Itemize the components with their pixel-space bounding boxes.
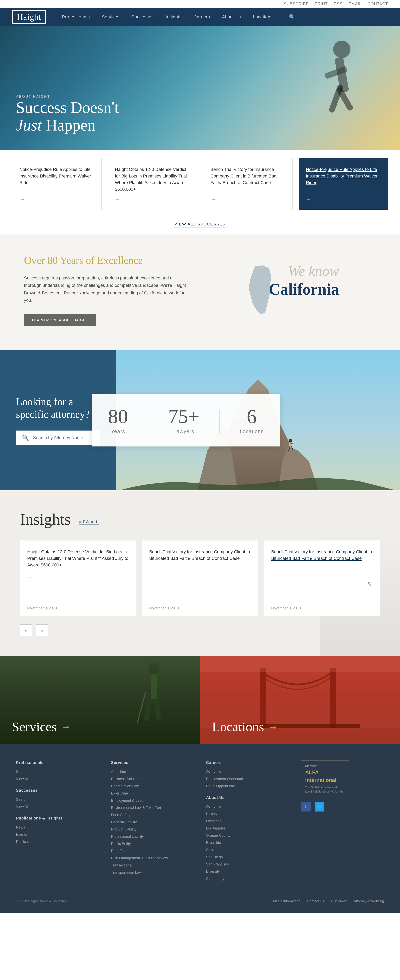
rss-link[interactable]: RSS	[334, 2, 343, 6]
insights-section: Insights VIEW ALL Haight Obtains 12-0 De…	[0, 490, 400, 656]
footer-disclaimer[interactable]: Disclaimer	[331, 899, 347, 903]
footer-history[interactable]: History	[206, 810, 289, 818]
subscribe-link[interactable]: SUBSCRIBE	[284, 2, 309, 6]
locations-label: Locations	[240, 428, 264, 434]
footer-san-francisco[interactable]: San Francisco	[206, 861, 289, 868]
footer-real-estate[interactable]: Real Estate	[111, 847, 194, 854]
locations-arrow-icon[interactable]: →	[268, 721, 278, 733]
search-icon[interactable]: 🔍	[288, 14, 295, 20]
nav-careers[interactable]: Careers	[194, 14, 210, 19]
footer-col-careers: Careers Overview Employment Opportunitie…	[206, 760, 289, 882]
footer-about-overview[interactable]: Overview	[206, 803, 289, 810]
learn-more-button[interactable]: LEARN MORE ABOUT HAIGHT	[24, 314, 96, 326]
print-link[interactable]: PRINT	[315, 2, 328, 6]
twitter-icon[interactable]: 🐦	[315, 802, 324, 811]
footer-locations[interactable]: Locations	[206, 818, 289, 825]
services-locations-panels: Services → Locations →	[0, 656, 400, 745]
insight-card-2: Bench Trial Victory for Insurance Compan…	[142, 541, 258, 616]
footer-riverside[interactable]: Riverside	[206, 839, 289, 846]
copyright-text: © 2018 Haight Brown & Bonesteel LLP	[16, 899, 75, 903]
nav-locations[interactable]: Locations	[253, 14, 273, 19]
success-card-2: Haight Obtains 12-0 Defense Verdict for …	[108, 158, 197, 210]
svg-point-6	[289, 439, 292, 442]
card-2-arrow-icon[interactable]: →	[115, 196, 121, 202]
footer-public-entity[interactable]: Public Entity	[111, 840, 194, 847]
stats-box: 80 Years 75+ Lawyers 6 Locations	[92, 395, 280, 447]
years-number: 80	[108, 406, 128, 426]
site-logo[interactable]: Haight	[12, 10, 46, 24]
success-card-1-text: Notice-Prejudice Rule Applies to Life In…	[19, 166, 94, 186]
lawyers-number: 75+	[168, 406, 199, 426]
search-input[interactable]	[33, 435, 94, 440]
footer-news-link[interactable]: News	[16, 824, 99, 831]
footer-professional-liability[interactable]: Professional Liability	[111, 833, 194, 840]
nav-about[interactable]: About Us	[222, 14, 241, 19]
footer-appellate[interactable]: Appellate	[111, 768, 194, 775]
insights-view-all-link[interactable]: VIEW ALL	[79, 520, 99, 525]
view-all-successes-link[interactable]: VIEW ALL SUCCESSES	[174, 222, 225, 228]
nav-professionals[interactable]: Professionals	[62, 14, 90, 19]
insights-heading: Insights	[20, 510, 71, 528]
email-link[interactable]: EMAIL	[349, 2, 362, 6]
footer-elder-care[interactable]: Elder Care	[111, 790, 194, 797]
footer-events-link[interactable]: Events	[16, 831, 99, 838]
excellence-right: We know California	[210, 255, 376, 330]
footer-general-liability[interactable]: General Liability	[111, 818, 194, 826]
nav-links: Professionals Services Successes Insight…	[62, 14, 295, 20]
footer-successes-heading: Successes	[16, 788, 99, 793]
footer-professionals-view-all[interactable]: View All	[16, 775, 99, 783]
footer-product-liability[interactable]: Product Liability	[111, 826, 194, 833]
hero-text: ABOUT HAIGHT Success Doesn't Just Happen	[16, 91, 119, 134]
insight-3-link[interactable]: Bench Trial Victory for Insurance Compan…	[271, 549, 372, 561]
footer-transactional[interactable]: Transactional	[111, 862, 194, 869]
footer-san-diego[interactable]: San Diego	[206, 853, 289, 861]
footer-business-solutions[interactable]: Business Solutions	[111, 775, 194, 783]
footer-careers-overview[interactable]: Overview	[206, 768, 289, 775]
footer-col-services: Services Appellate Business Solutions Co…	[111, 760, 194, 882]
facebook-icon[interactable]: f	[301, 802, 311, 811]
footer-orange-county[interactable]: Orange County	[206, 832, 289, 839]
footer-successes-view-all[interactable]: View All	[16, 803, 99, 810]
services-arrow-icon[interactable]: →	[61, 721, 71, 733]
footer-successes-search[interactable]: Search	[16, 796, 99, 803]
footer-employment-labor[interactable]: Employment & Labor	[111, 797, 194, 804]
footer-employment-opps[interactable]: Employment Opportunities	[206, 775, 289, 783]
footer-community[interactable]: Community	[206, 875, 289, 882]
nav-insights[interactable]: Insights	[166, 14, 182, 19]
footer-sacramento[interactable]: Sacramento	[206, 846, 289, 853]
footer-environmental-law[interactable]: Environmental Law & Toxic Tort	[111, 804, 194, 811]
footer-equal-opportunity[interactable]: Equal Opportunity	[206, 783, 289, 790]
locations-panel-label: Locations	[212, 719, 264, 734]
insights-next-button[interactable]: ›	[36, 624, 48, 636]
california-map-area: We know California	[247, 255, 339, 330]
footer-media-info[interactable]: Media Information	[273, 899, 300, 903]
insight-2-arrow-icon[interactable]: →	[149, 568, 251, 574]
alfa-badge[interactable]: Member ALFA International The Global Leg…	[301, 760, 349, 797]
contact-link[interactable]: CONTACT	[368, 2, 388, 6]
footer-construction-law[interactable]: Construction Law	[111, 783, 194, 790]
footer-diversity[interactable]: Diversity	[206, 868, 289, 875]
success-card-4-link[interactable]: Notice-Prejudice Rule Applies to Life In…	[306, 167, 378, 185]
cursor-icon: ↖	[367, 581, 372, 587]
footer-professionals-search[interactable]: Search	[16, 768, 99, 775]
footer-publications-link[interactable]: Publications	[16, 838, 99, 845]
footer-attorney-advertising[interactable]: Attorney Advertising	[354, 899, 384, 903]
card-4-arrow-icon[interactable]: →	[306, 196, 312, 202]
insight-3-arrow-icon[interactable]: →	[271, 568, 373, 574]
card-1-arrow-icon[interactable]: →	[19, 196, 25, 202]
footer-transportation-law[interactable]: Transportation Law	[111, 869, 194, 876]
services-label-row: Services →	[12, 719, 71, 734]
locations-panel[interactable]: Locations →	[200, 656, 400, 745]
nav-successes[interactable]: Successes	[131, 14, 154, 19]
card-3-arrow-icon[interactable]: →	[210, 196, 216, 202]
services-panel[interactable]: Services →	[0, 656, 200, 745]
footer-food-safety[interactable]: Food Safety	[111, 811, 194, 818]
insights-prev-button[interactable]: ‹	[20, 624, 32, 636]
footer-risk-management[interactable]: Risk Management & Insurance Law	[111, 854, 194, 862]
attorney-search-heading: Looking for a specific attorney?	[16, 396, 100, 420]
footer-contact-us[interactable]: Contact Us	[307, 899, 324, 903]
alfa-sub: The Global Legal Network Local Relations…	[305, 785, 345, 794]
nav-services[interactable]: Services	[102, 14, 120, 19]
insight-1-arrow-icon[interactable]: →	[27, 574, 129, 581]
footer-los-angeles[interactable]: Los Angeles	[206, 825, 289, 832]
